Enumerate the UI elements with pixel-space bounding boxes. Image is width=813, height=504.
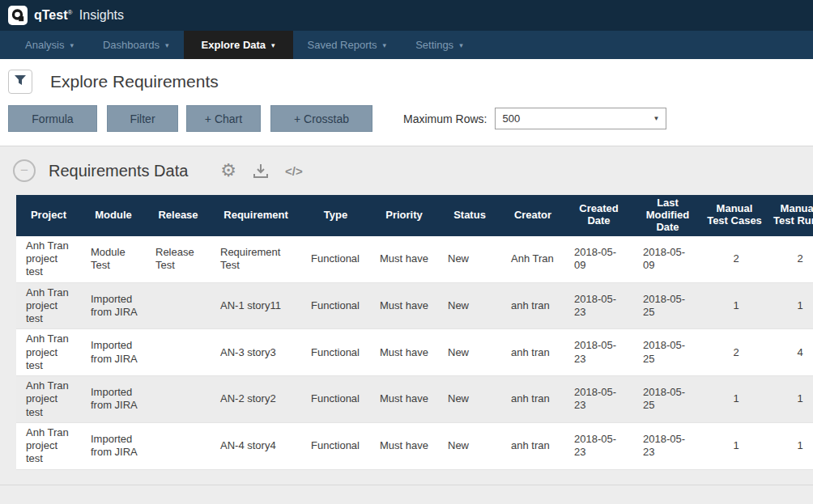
collapse-panel-button[interactable]: − (13, 159, 36, 182)
cell-creator: anh tran (501, 376, 564, 423)
cell-type: Functional (301, 282, 370, 329)
cell-manual-test-runs[interactable]: 2 (767, 236, 813, 282)
cell-priority: Must have (370, 282, 438, 329)
column-header-creator: Creator (501, 195, 564, 236)
nav-item-dashboards[interactable]: Dashboards ▾ (88, 31, 184, 59)
cell-type: Functional (301, 422, 370, 469)
select-caret-icon: ▼ (653, 115, 660, 122)
cell-manual-test-runs[interactable]: 1 (767, 282, 813, 329)
product-name: Insights (79, 8, 124, 22)
cell-manual-test-runs[interactable]: 1 (767, 376, 813, 423)
cell-priority: Must have (370, 236, 438, 282)
table-row: Anh Tran project testImported from JIRAA… (16, 376, 813, 423)
column-header-type: Type (301, 195, 370, 236)
cell-created-date: 2018-05-09 (564, 236, 633, 282)
requirements-table: Project Module Release Requirement Type … (16, 195, 813, 470)
cell-manual-test-cases[interactable]: 1 (702, 376, 767, 423)
column-header-priority: Priority (370, 195, 438, 236)
cell-project[interactable]: Anh Tran project test (16, 329, 81, 376)
cell-module[interactable]: Imported from JIRA (81, 282, 146, 329)
page-header: Explore Requirements (0, 59, 813, 102)
cell-module[interactable]: Imported from JIRA (81, 422, 146, 469)
column-header-created-date: Created Date (564, 195, 633, 236)
table-header-row: Project Module Release Requirement Type … (16, 195, 813, 236)
cell-status: New (438, 376, 501, 423)
nav-item-saved-reports[interactable]: Saved Reports ▾ (293, 31, 402, 59)
filter-funnel-button[interactable] (8, 70, 32, 94)
cell-manual-test-cases[interactable]: 1 (702, 422, 767, 469)
cell-project[interactable]: Anh Tran project test (16, 376, 81, 423)
panel-actions: ⚙ </> (204, 162, 302, 180)
download-icon[interactable] (253, 163, 269, 179)
column-header-module: Module (81, 195, 146, 236)
table-row: Anh Tran project testImported from JIRAA… (16, 329, 813, 376)
formula-button[interactable]: Formula (8, 105, 97, 132)
cell-modified-date: 2018-05-23 (633, 422, 702, 469)
cell-creator: Anh Tran (501, 236, 564, 282)
cell-modified-date: 2018-05-25 (633, 376, 702, 423)
chevron-down-icon: ▾ (70, 41, 74, 49)
cell-module[interactable]: Module Test (81, 236, 146, 282)
add-crosstab-button[interactable]: + Crosstab (270, 105, 372, 132)
cell-module[interactable]: Imported from JIRA (81, 329, 146, 376)
top-brand-bar: qTest® Insights (0, 0, 813, 31)
registered-mark: ® (67, 9, 72, 16)
max-rows-value: 500 (502, 112, 520, 125)
cell-project[interactable]: Anh Tran project test (16, 236, 81, 282)
column-header-status: Status (438, 195, 501, 236)
table-body: Anh Tran project testModule TestRelease … (16, 236, 813, 469)
code-icon[interactable]: </> (285, 164, 303, 178)
add-chart-button[interactable]: + Chart (186, 105, 261, 132)
cell-priority: Must have (370, 422, 438, 469)
nav-item-analysis[interactable]: Analysis ▾ (11, 31, 88, 59)
nav-item-explore-data[interactable]: Explore Data ▾ (184, 31, 293, 59)
cell-type: Functional (301, 236, 370, 282)
chevron-down-icon: ▾ (459, 41, 463, 49)
gear-icon[interactable]: ⚙ (220, 162, 236, 180)
cell-module[interactable]: Imported from JIRA (81, 376, 146, 423)
cell-manual-test-cases[interactable]: 2 (702, 329, 767, 376)
cell-project[interactable]: Anh Tran project test (16, 282, 81, 329)
cell-manual-test-runs[interactable]: 1 (767, 422, 813, 469)
chevron-down-icon: ▾ (383, 41, 387, 49)
cell-requirement[interactable]: AN-1 story11 (211, 282, 301, 329)
cell-status: New (438, 236, 501, 282)
cell-status: New (438, 282, 501, 329)
cell-modified-date: 2018-05-25 (633, 329, 702, 376)
cell-creator: anh tran (501, 422, 564, 469)
max-rows-label: Maximum Rows: (403, 112, 487, 125)
column-header-project: Project (16, 195, 81, 236)
cell-created-date: 2018-05-23 (564, 282, 633, 329)
cell-requirement[interactable]: Requirement Test (211, 236, 301, 282)
table-container: Project Module Release Requirement Type … (16, 195, 813, 470)
chevron-down-icon: ▾ (271, 41, 275, 49)
cell-manual-test-runs[interactable]: 4 (767, 329, 813, 376)
minus-icon: − (20, 163, 28, 179)
panel-bottom-divider (0, 485, 813, 504)
cell-requirement[interactable]: AN-4 story4 (211, 422, 301, 469)
cell-creator: anh tran (501, 282, 564, 329)
nav-item-settings[interactable]: Settings ▾ (401, 31, 478, 59)
brand-name: qTest (34, 8, 67, 22)
cell-created-date: 2018-05-23 (564, 376, 633, 423)
filter-button[interactable]: Filter (107, 105, 178, 132)
qtest-logo-icon (8, 6, 28, 25)
main-nav: Analysis ▾ Dashboards ▾ Explore Data ▾ S… (0, 31, 813, 59)
cell-release[interactable]: Release Test (146, 236, 211, 282)
cell-release (146, 376, 211, 423)
max-rows-select[interactable]: 500 ▼ (495, 108, 666, 129)
cell-modified-date: 2018-05-09 (633, 236, 702, 282)
cell-priority: Must have (370, 329, 438, 376)
column-header-manual-test-runs: Manual Test Runs (767, 195, 813, 236)
column-header-requirement: Requirement (211, 195, 301, 236)
cell-manual-test-cases[interactable]: 1 (702, 282, 767, 329)
table-row: Anh Tran project testModule TestRelease … (16, 236, 813, 282)
panel-header: − Requirements Data ⚙ </> (0, 159, 813, 195)
cell-status: New (438, 422, 501, 469)
cell-requirement[interactable]: AN-3 story3 (211, 329, 301, 376)
cell-requirement[interactable]: AN-2 story2 (211, 376, 301, 423)
cell-manual-test-cases[interactable]: 2 (702, 236, 767, 282)
table-row: Anh Tran project testImported from JIRAA… (16, 282, 813, 329)
requirements-data-panel: − Requirements Data ⚙ </> (0, 146, 813, 504)
cell-project[interactable]: Anh Tran project test (16, 422, 81, 469)
